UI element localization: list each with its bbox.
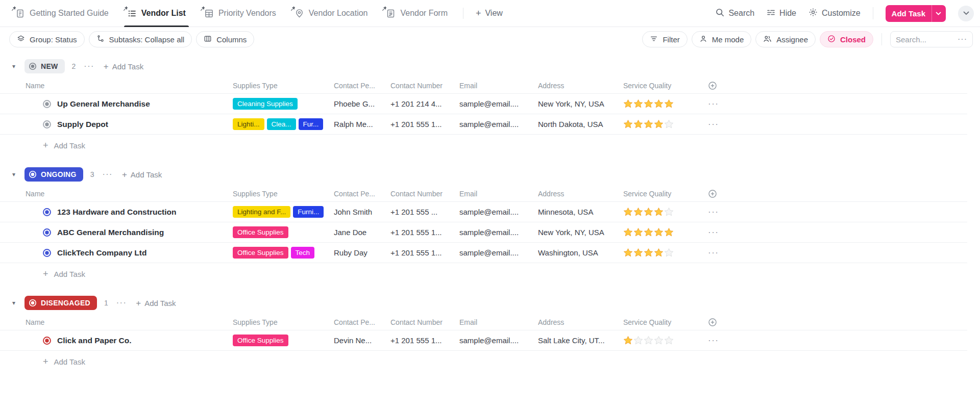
row-more-button[interactable]: ···: [708, 119, 719, 129]
subtasks-button[interactable]: Subtasks: Collapse all: [89, 31, 192, 47]
address-cell[interactable]: New York, NY, USA: [538, 99, 623, 108]
status-badge[interactable]: ONGOING: [24, 167, 83, 182]
customize-button[interactable]: Customize: [808, 8, 861, 19]
row-more-button[interactable]: ···: [708, 227, 719, 237]
service-quality-rating[interactable]: [623, 227, 708, 237]
tag[interactable]: Clea...: [267, 118, 296, 130]
me-mode-button[interactable]: Me mode: [692, 31, 752, 47]
email-cell[interactable]: sample@email....: [459, 208, 538, 216]
add-column-button[interactable]: [708, 81, 967, 90]
status-badge[interactable]: DISENGAGED: [24, 296, 97, 310]
column-header-address[interactable]: Address: [538, 190, 623, 198]
task-name-cell[interactable]: ABC General Merchandising: [26, 228, 233, 237]
task-row[interactable]: Click and Paper Co.Office SuppliesDevin …: [0, 330, 967, 351]
tag[interactable]: Tech: [291, 247, 315, 259]
collapse-header-button[interactable]: [958, 6, 974, 21]
service-quality-rating[interactable]: [623, 119, 708, 129]
service-quality-rating[interactable]: [623, 336, 708, 345]
row-more-button[interactable]: ···: [708, 336, 719, 345]
email-cell[interactable]: sample@email....: [459, 120, 538, 129]
contact-number-cell[interactable]: +1 201 555 1...: [390, 248, 459, 257]
column-header-contact-number[interactable]: Contact Number: [390, 318, 459, 326]
group-add-task-button[interactable]: +Add Task: [104, 62, 143, 71]
column-header-contact-pe-[interactable]: Contact Pe...: [334, 190, 390, 198]
column-header-address[interactable]: Address: [538, 318, 623, 326]
group-add-task-button[interactable]: +Add Task: [136, 299, 176, 307]
column-header-address[interactable]: Address: [538, 82, 623, 90]
filter-button[interactable]: Filter: [642, 31, 687, 47]
tag[interactable]: Furni...: [293, 206, 324, 218]
add-task-row[interactable]: +Add Task: [0, 135, 980, 156]
column-header-name[interactable]: Name: [26, 190, 233, 198]
tag[interactable]: Lighti...: [233, 118, 264, 130]
group-more-button[interactable]: ···: [84, 62, 94, 71]
add-task-button[interactable]: Add Task: [886, 5, 946, 22]
address-cell[interactable]: Minnesota, USA: [538, 208, 623, 216]
tab-priority-vendors[interactable]: Priority Vendors: [204, 0, 276, 27]
column-header-email[interactable]: Email: [459, 82, 538, 90]
list-search-input[interactable]: [896, 35, 949, 44]
column-header-supplies-type[interactable]: Supplies Type: [233, 318, 334, 326]
task-name-cell[interactable]: Supply Depot: [26, 120, 233, 129]
column-header-name[interactable]: Name: [26, 82, 233, 90]
supplies-type-cell[interactable]: Office SuppliesTech: [233, 247, 334, 259]
supplies-type-cell[interactable]: Lighti...Clea...Fur...: [233, 118, 334, 130]
tab-vendor-location[interactable]: Vendor Location: [295, 0, 368, 27]
address-cell[interactable]: Salt Lake City, UT...: [538, 336, 623, 345]
collapse-group-icon[interactable]: ▾: [12, 299, 24, 306]
service-quality-rating[interactable]: [623, 99, 708, 109]
closed-filter-button[interactable]: Closed: [820, 31, 873, 47]
column-header-supplies-type[interactable]: Supplies Type: [233, 190, 334, 198]
add-column-button[interactable]: [708, 189, 967, 198]
task-row[interactable]: ABC General MerchandisingOffice Supplies…: [0, 222, 967, 243]
status-badge[interactable]: NEW: [24, 59, 65, 73]
email-cell[interactable]: sample@email....: [459, 336, 538, 345]
supplies-type-cell[interactable]: Office Supplies: [233, 335, 334, 346]
address-cell[interactable]: New York, NY, USA: [538, 228, 623, 237]
column-header-contact-number[interactable]: Contact Number: [390, 190, 459, 198]
tag[interactable]: Office Supplies: [233, 226, 288, 238]
email-cell[interactable]: sample@email....: [459, 248, 538, 257]
columns-button[interactable]: Columns: [196, 31, 254, 47]
contact-number-cell[interactable]: +1 201 214 4...: [390, 99, 459, 108]
tag[interactable]: Office Supplies: [233, 335, 288, 346]
add-view-button[interactable]: + View: [476, 9, 503, 18]
column-header-service-quality[interactable]: Service Quality: [623, 82, 708, 90]
row-more-button[interactable]: ···: [708, 99, 719, 109]
task-row[interactable]: Up General MerchandiseCleaning SuppliesP…: [0, 94, 967, 114]
group-add-task-button[interactable]: +Add Task: [122, 170, 162, 179]
contact-person-cell[interactable]: Ruby Day: [334, 248, 390, 257]
contact-number-cell[interactable]: +1 201 555 ...: [390, 208, 459, 216]
contact-person-cell[interactable]: Ralph Me...: [334, 120, 390, 129]
tab-vendor-list[interactable]: Vendor List: [127, 0, 186, 27]
collapse-group-icon[interactable]: ▾: [12, 63, 24, 70]
tab-getting-started-guide[interactable]: Getting Started Guide: [15, 0, 109, 27]
tab-vendor-form[interactable]: Vendor Form: [386, 0, 447, 27]
group-more-button[interactable]: ···: [116, 298, 127, 307]
task-name-cell[interactable]: ClickTech Company Ltd: [26, 248, 233, 258]
contact-person-cell[interactable]: Devin Ne...: [334, 336, 390, 345]
contact-person-cell[interactable]: Phoebe G...: [334, 99, 390, 108]
add-task-row[interactable]: +Add Task: [0, 351, 980, 372]
task-row[interactable]: Supply DepotLighti...Clea...Fur...Ralph …: [0, 114, 967, 135]
contact-person-cell[interactable]: Jane Doe: [334, 228, 390, 237]
add-task-dropdown[interactable]: [932, 5, 946, 22]
service-quality-rating[interactable]: [623, 248, 708, 258]
row-more-button[interactable]: ···: [708, 248, 719, 258]
supplies-type-cell[interactable]: Office Supplies: [233, 226, 334, 238]
contact-number-cell[interactable]: +1 201 555 1...: [390, 336, 459, 345]
column-header-contact-pe-[interactable]: Contact Pe...: [334, 318, 390, 326]
group-by-button[interactable]: Group: Status: [9, 31, 85, 47]
tag[interactable]: Fur...: [299, 118, 324, 130]
email-cell[interactable]: sample@email....: [459, 99, 538, 108]
service-quality-rating[interactable]: [623, 207, 708, 217]
assignee-button[interactable]: Assignee: [755, 31, 816, 47]
column-header-service-quality[interactable]: Service Quality: [623, 318, 708, 326]
address-cell[interactable]: Washington, USA: [538, 248, 623, 257]
supplies-type-cell[interactable]: Lighting and F...Furni...: [233, 206, 334, 218]
task-name-cell[interactable]: Up General Merchandise: [26, 99, 233, 109]
search-more-button[interactable]: ···: [958, 35, 967, 44]
task-name-cell[interactable]: 123 Hardware and Construction: [26, 208, 233, 217]
hide-button[interactable]: Hide: [767, 8, 796, 19]
column-header-contact-pe-[interactable]: Contact Pe...: [334, 82, 390, 90]
